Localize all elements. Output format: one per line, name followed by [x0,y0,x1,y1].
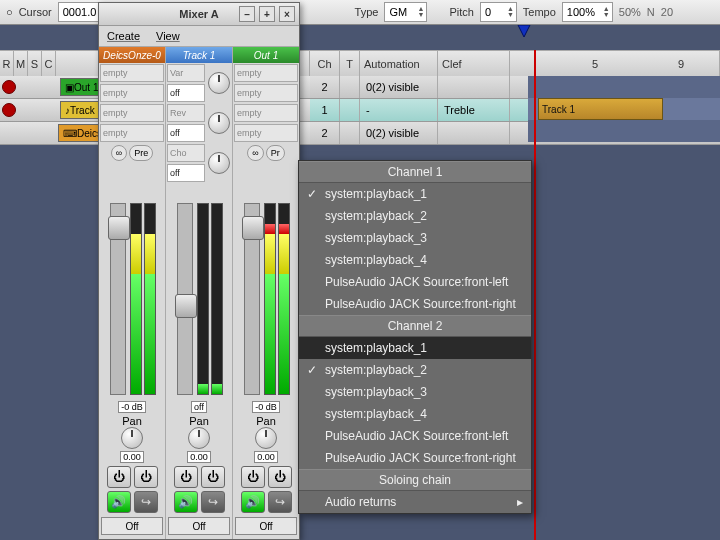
col-r[interactable]: R [0,51,14,77]
pre-button[interactable]: Pr [266,145,285,161]
playhead[interactable] [534,50,536,540]
power-button-2[interactable]: ⏻ [134,466,158,488]
extra-2: N [647,6,655,18]
send-knob[interactable] [208,152,230,174]
tempo-input[interactable] [565,5,603,19]
insert-slot[interactable]: empty [234,124,298,142]
insert-slot[interactable]: off [167,164,205,182]
insert-slot[interactable]: empty [100,84,164,102]
menu-item[interactable]: system:playback_1 [299,337,531,359]
speaker-icon: 🔊 [245,495,260,509]
menu-item[interactable]: system:playback_3 [299,381,531,403]
pan-knob[interactable] [255,427,277,449]
menu-item[interactable]: PulseAudio JACK Source:front-right [299,447,531,469]
menu-item[interactable]: system:playback_3 [299,227,531,249]
ruler-tick-5: 5 [592,58,598,70]
volume-fader[interactable] [110,203,126,395]
record-dot-icon[interactable] [2,103,16,117]
insert-slot[interactable]: empty [234,84,298,102]
pitch-stepper[interactable]: ▲▼ [507,6,514,18]
insert-slot[interactable]: Var [167,64,205,82]
monitor-button[interactable]: 🔊 [174,491,198,513]
menu-item[interactable]: system:playback_4 [299,249,531,271]
mixer-titlebar[interactable]: Mixer A – + × [99,3,299,26]
window-minimize-button[interactable]: – [239,6,255,22]
menu-item[interactable]: system:playback_2 [299,359,531,381]
cursor-input[interactable] [61,5,103,19]
pre-button[interactable]: Pre [129,145,153,161]
cell-t [340,99,360,121]
tempo-spinbox[interactable]: ▲▼ [562,2,613,22]
route-button[interactable]: ↪ [268,491,292,513]
col-ch[interactable]: Ch [310,51,340,77]
col-c[interactable]: C [42,51,56,77]
insert-slot[interactable]: empty [234,104,298,122]
routing-context-menu[interactable]: Channel 1system:playback_1system:playbac… [298,160,532,514]
menu-create[interactable]: Create [107,30,140,42]
menu-item[interactable]: system:playback_1 [299,183,531,205]
midi-clip[interactable]: Track 1 [538,98,663,120]
strip-name[interactable]: Out 1 [233,47,299,63]
col-automation[interactable]: Automation [360,51,438,77]
insert-slot[interactable]: empty [100,124,164,142]
window-close-button[interactable]: × [279,6,295,22]
window-maximize-button[interactable]: + [259,6,275,22]
power-button-2[interactable]: ⏻ [201,466,225,488]
monitor-button[interactable]: 🔊 [241,491,265,513]
tempo-stepper[interactable]: ▲▼ [603,6,610,18]
menu-view[interactable]: View [156,30,180,42]
cell-clef [438,122,510,144]
menu-item[interactable]: Audio returns [299,491,531,513]
col-s[interactable]: S [28,51,42,77]
power-button[interactable]: ⏻ [241,466,265,488]
insert-slot[interactable]: empty [100,64,164,82]
insert-slot[interactable]: empty [100,104,164,122]
record-dot-icon[interactable] [2,80,16,94]
speaker-icon: 🔊 [178,495,193,509]
type-select[interactable]: ▲▼ [384,2,427,22]
insert-slot[interactable]: off [167,84,205,102]
strip-name[interactable]: Track 1 [166,47,232,63]
menu-item[interactable]: system:playback_2 [299,205,531,227]
route-button[interactable]: ↪ [134,491,158,513]
link-button[interactable]: ∞ [247,145,263,161]
type-input[interactable] [387,5,417,19]
col-t[interactable]: T [340,51,360,77]
menu-item[interactable]: PulseAudio JACK Source:front-right [299,293,531,315]
mixer-window[interactable]: Mixer A – + × Create View DeicsOnze-0emp… [98,2,300,540]
menu-item[interactable]: PulseAudio JACK Source:front-left [299,271,531,293]
volume-fader[interactable] [244,203,260,395]
insert-slot[interactable]: empty [234,64,298,82]
link-button[interactable]: ∞ [111,145,127,161]
send-knob[interactable] [208,112,230,134]
pan-knob[interactable] [188,427,210,449]
insert-slot[interactable]: off [167,124,205,142]
power-button-2[interactable]: ⏻ [268,466,292,488]
timeline-ruler[interactable]: 5 9 [510,51,720,77]
monitor-button[interactable]: 🔊 [107,491,131,513]
col-clef[interactable]: Clef [438,51,510,77]
send-knob[interactable] [208,72,230,94]
pitch-input[interactable] [483,5,507,19]
route-button[interactable]: ↪ [201,491,225,513]
insert-slot[interactable]: Cho [167,144,205,162]
tempo-label: Tempo [523,6,556,18]
menu-item[interactable]: PulseAudio JACK Source:front-left [299,425,531,447]
pan-knob[interactable] [121,427,143,449]
pitch-spinbox[interactable]: ▲▼ [480,2,517,22]
playhead-marker-icon[interactable] [516,25,532,39]
strip-off-button[interactable]: Off [101,517,162,535]
extra-3: 20 [661,6,673,18]
cell-ch: 2 [310,122,340,144]
power-button[interactable]: ⏻ [174,466,198,488]
strip-name[interactable]: DeicsOnze-0 [99,47,165,63]
volume-fader[interactable] [177,203,193,395]
type-stepper[interactable]: ▲▼ [417,6,424,18]
arrangement-view[interactable]: Track 1 [528,76,720,142]
insert-slot[interactable]: Rev [167,104,205,122]
strip-off-button[interactable]: Off [168,517,229,535]
strip-off-button[interactable]: Off [235,517,296,535]
col-m[interactable]: M [14,51,28,77]
menu-item[interactable]: system:playback_4 [299,403,531,425]
power-button[interactable]: ⏻ [107,466,131,488]
